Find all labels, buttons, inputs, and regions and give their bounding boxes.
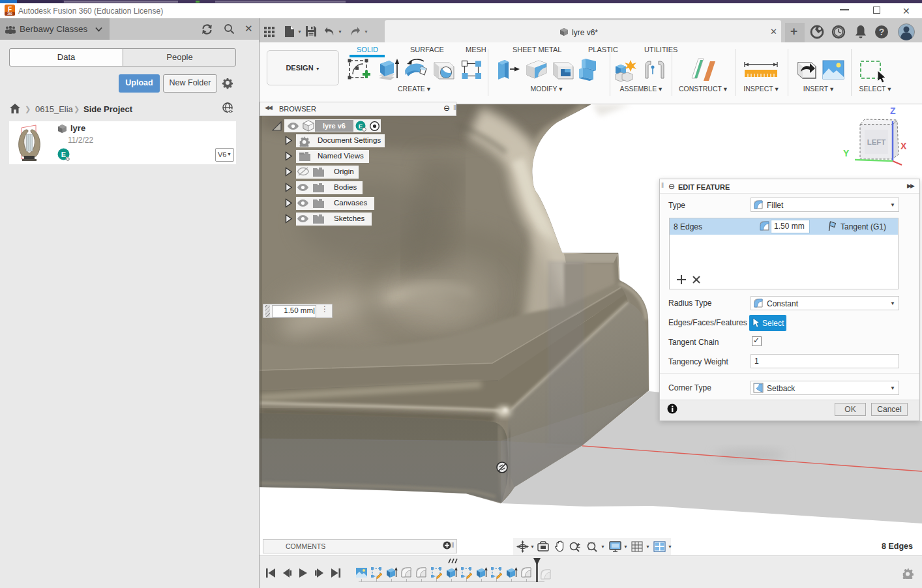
svg-text:360: 360 [7, 12, 12, 16]
svg-text:Z: Z [890, 106, 896, 116]
svg-text:?: ? [879, 27, 885, 37]
svg-text:E: E [61, 151, 66, 158]
svg-text:Y: Y [843, 148, 850, 158]
svg-text:LEFT: LEFT [867, 138, 886, 146]
svg-text:F: F [8, 6, 12, 13]
svg-text:E: E [359, 123, 363, 130]
svg-text:X: X [900, 141, 907, 151]
